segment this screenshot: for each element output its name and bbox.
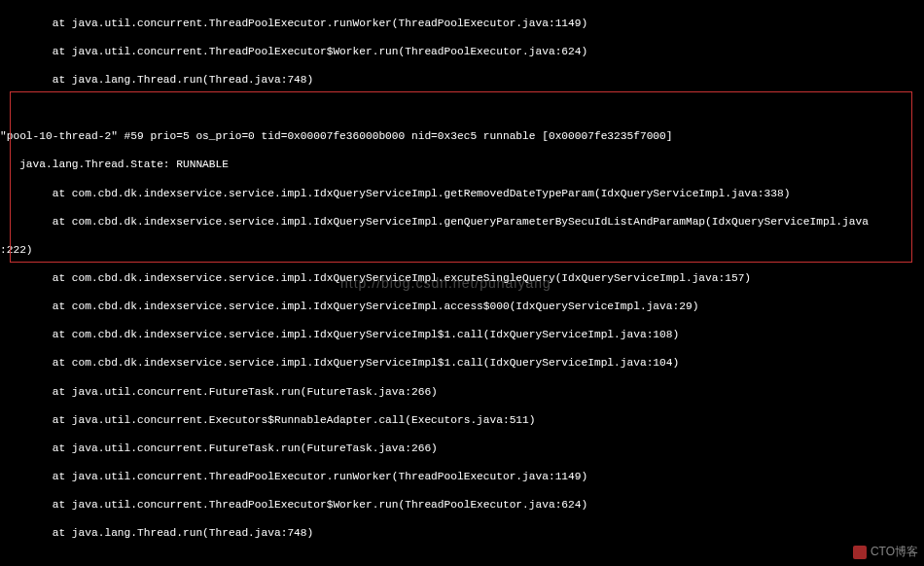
stack-line: at java.util.concurrent.ThreadPoolExecut… — [0, 17, 924, 31]
footer-text: CTO博客 — [871, 545, 918, 560]
stack-line: at java.lang.Thread.run(Thread.java:748) — [0, 73, 924, 88]
stack-line: at java.util.concurrent.ThreadPoolExecut… — [0, 45, 924, 59]
stack-line: at com.cbd.dk.indexservice.service.impl.… — [0, 271, 924, 286]
stack-line: at java.util.concurrent.FutureTask.run(F… — [0, 442, 924, 456]
stack-line: at com.cbd.dk.indexservice.service.impl.… — [0, 300, 924, 314]
stack-line: at java.util.concurrent.FutureTask.run(F… — [0, 385, 924, 400]
stack-line: at java.util.concurrent.Executors$Runnab… — [0, 413, 924, 428]
thread-header: "pool-10-thread-2" #59 prio=5 os_prio=0 … — [0, 129, 924, 144]
blank-line — [0, 555, 924, 566]
stack-line: at java.util.concurrent.ThreadPoolExecut… — [0, 470, 924, 484]
stack-line-wrap: :222) — [0, 243, 924, 258]
stack-line: at com.cbd.dk.indexservice.service.impl.… — [0, 187, 924, 201]
blank-line — [0, 101, 924, 116]
thread-state: java.lang.Thread.State: RUNNABLE — [0, 158, 924, 172]
footer-watermark: CTO博客 — [853, 545, 918, 560]
terminal-output[interactable]: at java.util.concurrent.ThreadPoolExecut… — [0, 2, 924, 566]
stack-line: at java.lang.Thread.run(Thread.java:748) — [0, 526, 924, 541]
stack-line: at com.cbd.dk.indexservice.service.impl.… — [0, 356, 924, 371]
logo-icon — [853, 546, 867, 559]
stack-line: at com.cbd.dk.indexservice.service.impl.… — [0, 328, 924, 342]
stack-line: at com.cbd.dk.indexservice.service.impl.… — [0, 215, 924, 230]
stack-line: at java.util.concurrent.ThreadPoolExecut… — [0, 498, 924, 513]
